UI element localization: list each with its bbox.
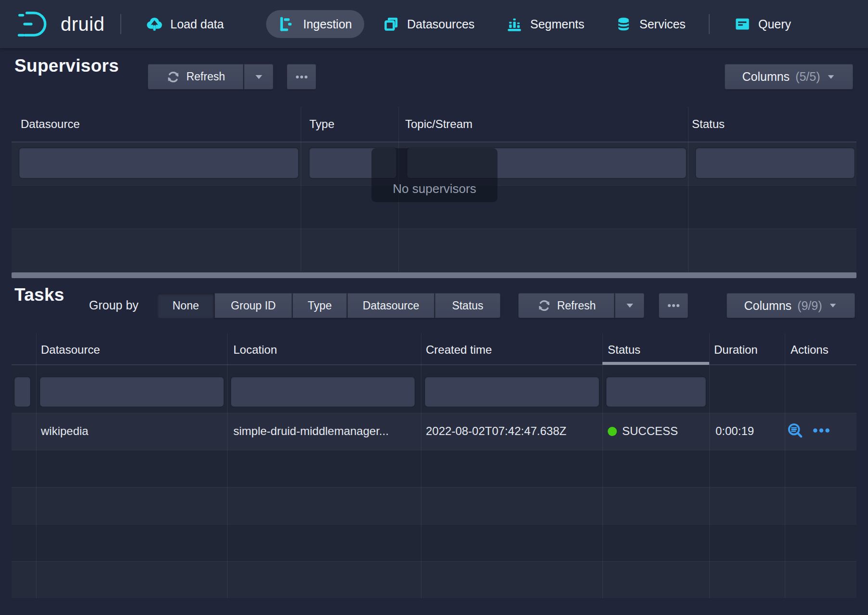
caret-down-icon xyxy=(826,72,836,82)
group-by-datasource-button[interactable]: Datasource xyxy=(347,293,434,318)
brand[interactable]: druid xyxy=(17,0,104,48)
cell-created-time: 2022-08-02T07:42:47.638Z xyxy=(426,424,566,438)
column-divider xyxy=(36,333,37,598)
header-divider xyxy=(12,364,856,365)
row-more-actions-icon[interactable] xyxy=(812,423,830,438)
refresh-dropdown-button[interactable] xyxy=(243,64,273,90)
table-row xyxy=(12,229,856,272)
column-divider xyxy=(785,333,785,598)
status-text: SUCCESS xyxy=(622,424,678,437)
supervisors-refresh-split-button: Refresh xyxy=(148,64,273,90)
layers-icon xyxy=(383,15,400,33)
task-detail-magnifier-icon[interactable] xyxy=(787,423,803,438)
horizontal-scrollbar[interactable] xyxy=(12,272,856,278)
column-header-status[interactable]: Status xyxy=(692,117,725,131)
filter-input-task-id[interactable] xyxy=(14,377,30,407)
druid-console: druid Load data xyxy=(0,0,868,615)
columns-count: (9/9) xyxy=(797,299,822,313)
tasks-title: Tasks xyxy=(14,285,64,305)
row-divider xyxy=(12,229,856,229)
supervisors-columns-button[interactable]: Columns (5/5) xyxy=(725,64,853,90)
nav-item-ingestion[interactable]: Ingestion xyxy=(266,10,364,38)
nav-item-label: Services xyxy=(639,17,686,31)
row-divider xyxy=(12,450,856,450)
nav-item-segments[interactable]: Segments xyxy=(506,0,585,48)
tasks-table: Datasource Location Created time Status … xyxy=(12,333,856,598)
console-icon xyxy=(734,15,751,33)
druid-logo-icon xyxy=(17,10,53,38)
nav-item-datasources[interactable]: Datasources xyxy=(383,0,474,48)
cloud-upload-icon xyxy=(146,15,163,33)
nav-item-services[interactable]: Services xyxy=(615,0,686,48)
group-by-group-id-button[interactable]: Group ID xyxy=(214,293,292,318)
refresh-label: Refresh xyxy=(186,70,225,83)
columns-label: Columns xyxy=(744,299,791,313)
refresh-icon xyxy=(166,70,180,84)
top-nav: druid Load data xyxy=(0,0,868,48)
column-header-created-time[interactable]: Created time xyxy=(426,343,492,357)
cell-status: SUCCESS xyxy=(608,424,678,438)
empty-state-message: No supervisors xyxy=(393,181,476,196)
refresh-dropdown-button[interactable] xyxy=(614,293,644,318)
filter-input-datasource[interactable] xyxy=(19,148,298,178)
columns-count: (5/5) xyxy=(795,70,820,84)
column-header-location[interactable]: Location xyxy=(233,343,277,357)
brand-name: druid xyxy=(61,13,104,35)
nav-item-query[interactable]: Query xyxy=(734,0,791,48)
tasks-refresh-split-button: Refresh xyxy=(518,293,644,318)
filter-input-status[interactable] xyxy=(696,148,855,178)
status-dot xyxy=(608,427,617,436)
column-header-status[interactable]: Status xyxy=(608,343,640,357)
column-header-topic-stream[interactable]: Topic/Stream xyxy=(405,117,472,131)
column-header-datasource[interactable]: Datasource xyxy=(21,117,80,131)
column-header-actions[interactable]: Actions xyxy=(791,343,829,357)
nav-item-load-data[interactable]: Load data xyxy=(146,0,224,48)
filter-input-location[interactable] xyxy=(231,377,415,407)
nav-item-label: Segments xyxy=(530,17,585,31)
column-header-type[interactable]: Type xyxy=(309,117,334,131)
filter-input-created-time[interactable] xyxy=(425,377,599,407)
supervisors-title: Supervisors xyxy=(14,56,119,76)
group-by-none-button[interactable]: None xyxy=(157,293,214,318)
group-by-type-button[interactable]: Type xyxy=(292,293,347,318)
cell-location: simple-druid-middlemanager... xyxy=(233,424,414,438)
column-header-duration[interactable]: Duration xyxy=(714,343,758,357)
column-divider xyxy=(421,333,421,598)
tasks-columns-button[interactable]: Columns (9/9) xyxy=(727,293,855,318)
nav-divider xyxy=(709,14,710,34)
refresh-icon xyxy=(537,298,551,313)
row-divider xyxy=(12,487,856,487)
filter-input-status[interactable] xyxy=(606,377,706,407)
filter-input-datasource[interactable] xyxy=(40,377,224,407)
nav-item-label: Ingestion xyxy=(303,17,352,31)
cell-actions xyxy=(787,423,830,438)
caret-down-icon xyxy=(254,72,264,82)
group-by-status-button[interactable]: Status xyxy=(434,293,500,318)
more-icon xyxy=(666,298,681,313)
column-divider xyxy=(688,107,689,272)
caret-down-icon xyxy=(625,300,635,311)
header-divider xyxy=(12,141,856,142)
column-divider xyxy=(602,333,603,598)
cell-duration: 0:00:19 xyxy=(715,424,754,438)
stacked-chart-icon xyxy=(506,15,523,33)
nav-item-label: Query xyxy=(758,17,791,31)
nav-item-label: Datasources xyxy=(407,17,474,31)
column-header-datasource[interactable]: Datasource xyxy=(41,343,100,357)
caret-down-icon xyxy=(828,301,838,310)
row-divider xyxy=(12,561,856,562)
more-icon xyxy=(294,70,309,84)
supervisors-more-button[interactable] xyxy=(287,64,316,90)
row-divider xyxy=(12,413,856,413)
refresh-button[interactable]: Refresh xyxy=(518,293,614,318)
columns-label: Columns xyxy=(742,70,790,84)
column-divider xyxy=(709,333,710,598)
tasks-more-button[interactable] xyxy=(659,293,688,318)
table-row xyxy=(12,524,856,561)
refresh-button[interactable]: Refresh xyxy=(148,64,243,90)
table-row xyxy=(12,561,856,598)
refresh-label: Refresh xyxy=(557,299,596,312)
group-by-button-group: None Group ID Type Datasource Status xyxy=(157,293,500,318)
table-row xyxy=(12,487,856,524)
nav-item-label: Load data xyxy=(170,17,224,31)
